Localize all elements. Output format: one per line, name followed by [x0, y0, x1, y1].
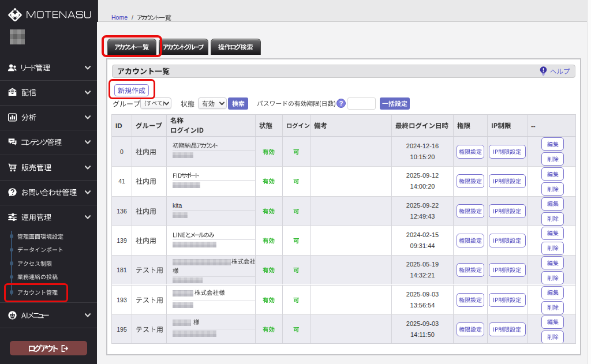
svg-text:?: ?	[339, 100, 343, 107]
